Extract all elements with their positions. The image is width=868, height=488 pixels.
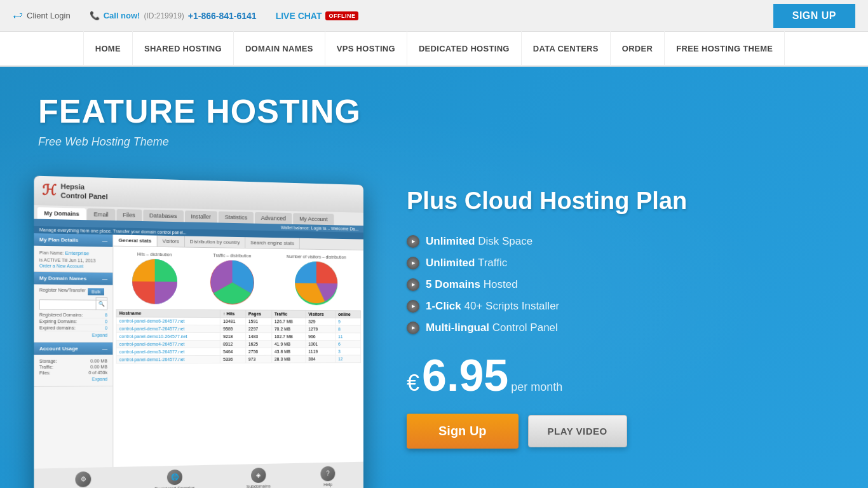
cp-pie-traffic	[210, 260, 254, 304]
nav-item-order[interactable]: ORDER	[611, 31, 665, 66]
cp-td-hits: 9589	[220, 325, 246, 332]
cp-logo-icon: ℋ	[42, 182, 57, 199]
feature-bullet-scripts	[407, 300, 419, 313]
cp-tab-files[interactable]: Files	[116, 208, 142, 220]
price-per-month: per month	[511, 381, 562, 394]
cp-tab-email[interactable]: Email	[87, 208, 115, 220]
nav-item-domain-names[interactable]: DOMAIN NAMES	[234, 31, 325, 66]
cp-footer-subdomains[interactable]: ◈ Subdomains	[247, 467, 271, 488]
feature-bullet-disk	[407, 235, 419, 248]
cp-td-online: 11	[336, 332, 361, 340]
cp-footer-icon-sub: ◈	[251, 467, 266, 482]
cp-td-online: 3	[336, 348, 361, 355]
cp-th-hits: ↑ Hits	[220, 309, 246, 317]
cp-registered-count: 8	[105, 313, 107, 317]
signup-button[interactable]: SIGN UP	[773, 4, 855, 28]
cp-main-content: General stats Visitors Distribution by c…	[113, 234, 363, 467]
feature-traffic: Unlimited Traffic	[407, 257, 830, 269]
nav-item-data-centers[interactable]: DATA CENTERS	[522, 31, 611, 66]
nav-item-free-hosting-theme[interactable]: FREE HOSTING THEME	[665, 31, 785, 66]
cp-registered-label: Registered Domains:	[39, 313, 83, 317]
cp-td-hostname: control-panel-demo3-264577.net	[116, 348, 220, 355]
table-row: control-panel-demo1-264577.net 5336 973 …	[116, 355, 361, 363]
feature-bold-traffic: Unlimited	[426, 257, 475, 269]
top-bar-left: ⮐ Client Login 📞 Call now! (ID:219919) +…	[13, 10, 358, 22]
price-section: € 6.95 per month	[407, 353, 830, 398]
call-now-section: 📞 Call now! (ID:219919) +1-866-841-6141	[90, 11, 257, 21]
cp-th-online: online	[336, 310, 361, 318]
cp-td-online: 8	[336, 325, 361, 333]
cp-td-hostname: control-panel-demo10-264577.net	[116, 332, 220, 340]
cp-bulk-btn[interactable]: Bulk	[88, 288, 104, 295]
signup-cta-button[interactable]: Sign Up	[407, 414, 519, 449]
client-login-label: Client Login	[27, 11, 71, 20]
price-euro-symbol: €	[407, 370, 419, 396]
cp-expiring-label: Expiring Domains:	[39, 319, 77, 323]
cp-tab-advanced[interactable]: Advanced	[255, 212, 292, 224]
cp-td-hits: 9218	[220, 332, 246, 340]
cp-charts: Hits – distribution Traffic – di	[113, 246, 363, 310]
cp-main-tab-distribution[interactable]: Distribution by country	[185, 236, 245, 248]
price-number: 6.95	[422, 353, 508, 398]
cp-footer-help-label: Help	[323, 482, 332, 487]
cp-registered-row: Registered Domains: 8	[39, 312, 107, 319]
cp-td-hostname: control-panel-demo7-264577.net	[116, 325, 220, 332]
cp-plan-label: Plan Name: Enterprise	[39, 249, 107, 258]
hero-subtitle: Free Web Hosting Theme	[38, 135, 830, 149]
cp-expired-label: Expired domains:	[39, 325, 76, 330]
cp-tab-installer[interactable]: Installer	[185, 210, 217, 222]
nav-item-vps-hosting[interactable]: VPS HOSTING	[325, 31, 407, 66]
cp-tab-statistics[interactable]: Statistics	[219, 211, 254, 223]
cp-chart-hits-title: Hits – distribution	[137, 252, 172, 257]
cp-expand-domains[interactable]: Expand	[39, 332, 107, 339]
cp-td-hits: 10481	[220, 317, 246, 325]
cp-footer-help[interactable]: ? Help	[321, 466, 336, 487]
cp-expand-usage[interactable]: Expand	[39, 376, 107, 383]
feature-regular-disk: Disk Space	[478, 235, 532, 247]
features-list: Unlimited Disk Space Unlimited Traffic 5…	[407, 235, 830, 334]
feature-bold-scripts: 1-Click	[426, 300, 461, 312]
nav-item-shared-hosting[interactable]: SHARED HOSTING	[133, 31, 234, 66]
cp-traffic-val: 0.00 MB	[90, 365, 107, 369]
cp-td-traffic: 28.3 MB	[271, 355, 305, 363]
play-video-button[interactable]: PLAY VIDEO	[528, 415, 627, 447]
cp-td-pages: 1591	[245, 317, 271, 325]
table-row: control-panel-demo3-264577.net 5464 2756…	[116, 348, 361, 356]
cp-usage-section: Account Usage — Storage: 0.00 MB Traffic…	[34, 342, 112, 387]
cp-td-traffic: 102.7 MB	[271, 332, 305, 340]
cp-td-hostname: control-panel-demo6-264577.net	[116, 316, 220, 325]
client-login[interactable]: ⮐ Client Login	[13, 10, 71, 22]
feature-bullet-traffic	[407, 257, 419, 269]
cp-footer-domains[interactable]: 🌐 Registered Domains	[154, 469, 195, 488]
cp-footer-icon-help: ?	[321, 466, 336, 481]
cp-tab-databases[interactable]: Databases	[143, 209, 184, 222]
cp-main-tab-visitors[interactable]: Visitors	[157, 235, 184, 247]
cp-search-btn[interactable]: 🔍	[96, 297, 108, 310]
live-chat[interactable]: LIVE CHAT OFFLINE	[276, 11, 359, 21]
cp-chart-hits: Hits – distribution	[132, 252, 177, 304]
feature-regular-traffic: Traffic	[478, 257, 507, 269]
cp-td-pages: 2756	[245, 348, 271, 355]
feature-regular-multi: Control Panel	[492, 322, 558, 334]
nav-item-dedicated-hosting[interactable]: DEDICATED HOSTING	[407, 31, 522, 66]
cp-footer-site-mgmt[interactable]: ⚙ Site Management	[65, 471, 102, 488]
cp-chart-traffic: Traffic – distribution	[210, 253, 254, 304]
cp-storage-val: 0.00 MB	[90, 359, 107, 363]
cp-order-link[interactable]: Order a New Account	[39, 264, 107, 269]
cp-th-hostname: Hostname	[116, 309, 220, 317]
cp-main-tab-general[interactable]: General stats	[113, 234, 157, 246]
cp-td-traffic: 41.9 MB	[271, 340, 305, 348]
top-bar: ⮐ Client Login 📞 Call now! (ID:219919) +…	[0, 0, 868, 32]
cp-tab-myaccount[interactable]: My Account	[293, 213, 334, 225]
cp-td-visitors: 1119	[306, 348, 336, 355]
offline-badge: OFFLINE	[325, 11, 358, 20]
cp-tab-mydomains[interactable]: My Domains	[37, 207, 86, 220]
call-number[interactable]: +1-866-841-6141	[188, 11, 257, 21]
table-row: control-panel-demo6-264577.net 10481 159…	[116, 316, 361, 325]
nav-item-home[interactable]: HOME	[83, 31, 133, 66]
cp-td-pages: 1483	[245, 332, 271, 340]
cp-main-tab-search[interactable]: Search engine stats	[245, 237, 299, 248]
feature-regular-domains: Hosted	[484, 278, 518, 290]
cp-search-wrapper: 🔍	[39, 297, 107, 310]
cp-td-traffic: 70.2 MB	[271, 325, 305, 332]
